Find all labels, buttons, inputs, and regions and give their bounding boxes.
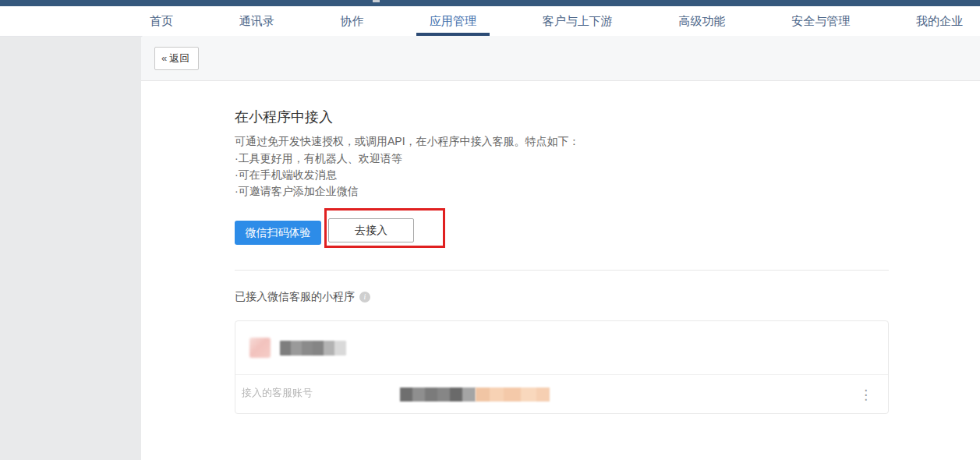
annotation-highlight-box: 去接入 bbox=[324, 208, 445, 248]
content-panel: « 返回 在小程序中接入 可通过免开发快速授权，或调用API，在小程序中接入客服… bbox=[141, 36, 980, 460]
redacted-account-name bbox=[400, 387, 476, 402]
tab-label: 首页 bbox=[150, 14, 173, 29]
feature-bullets: ·工具更好用，有机器人、欢迎语等 ·可在手机端收发消息 ·可邀请客户添加企业微信 bbox=[235, 150, 980, 200]
redacted-account-detail bbox=[476, 387, 550, 402]
back-button[interactable]: « 返回 bbox=[154, 47, 199, 70]
section-divider bbox=[235, 270, 889, 271]
wechat-scan-experience-button[interactable]: 微信扫码体验 bbox=[235, 221, 321, 245]
panel-header: « 返回 bbox=[141, 36, 980, 81]
section-title: 已接入微信客服的小程序 bbox=[235, 290, 355, 304]
redacted-miniprogram-name bbox=[280, 341, 346, 356]
intro-text: 可通过免开发快速授权，或调用API，在小程序中接入客服。特点如下： bbox=[235, 133, 980, 149]
bullet-item: ·可邀请客户添加企业微信 bbox=[235, 183, 980, 200]
back-button-label: 返回 bbox=[169, 51, 189, 65]
page-content: 在小程序中接入 可通过免开发快速授权，或调用API，在小程序中接入客服。特点如下… bbox=[141, 81, 980, 414]
tab-label: 安全与管理 bbox=[791, 14, 850, 29]
tab-contacts[interactable]: 通讯录 bbox=[239, 6, 274, 36]
connected-account-row: 接入的客服账号 ⋮ bbox=[235, 375, 888, 413]
tab-my-enterprise[interactable]: 我的企业 bbox=[916, 6, 963, 36]
miniprogram-row bbox=[235, 321, 888, 375]
bullet-item: ·可在手机端收发消息 bbox=[235, 167, 980, 183]
tab-customers[interactable]: 客户与上下游 bbox=[543, 6, 613, 36]
info-icon[interactable]: i bbox=[359, 292, 370, 303]
page-title: 在小程序中接入 bbox=[235, 108, 980, 126]
tab-security-management[interactable]: 安全与管理 bbox=[791, 6, 850, 36]
connected-account-label: 接入的客服账号 bbox=[242, 386, 313, 400]
section-header: 已接入微信客服的小程序 i bbox=[235, 290, 980, 304]
tab-label: 协作 bbox=[340, 14, 363, 29]
topbar-artifact bbox=[373, 0, 380, 2]
tab-label: 客户与上下游 bbox=[543, 14, 613, 29]
tab-label: 高级功能 bbox=[679, 14, 726, 29]
tab-label: 应用管理 bbox=[430, 14, 476, 29]
kebab-menu-icon[interactable]: ⋮ bbox=[856, 386, 876, 402]
action-button-row: 微信扫码体验 去接入 bbox=[235, 208, 980, 249]
bullet-item: ·工具更好用，有机器人、欢迎语等 bbox=[235, 150, 980, 167]
tab-home[interactable]: 首页 bbox=[150, 6, 173, 36]
redacted-miniprogram-avatar bbox=[249, 338, 271, 358]
go-connect-button[interactable]: 去接入 bbox=[328, 218, 414, 242]
tab-label: 通讯录 bbox=[239, 14, 274, 29]
top-window-bar bbox=[0, 0, 980, 6]
back-chevron-icon: « bbox=[161, 52, 167, 64]
main-nav: 首页 通讯录 协作 应用管理 客户与上下游 高级功能 安全与管理 我的企业 bbox=[0, 6, 980, 37]
miniprogram-card: 接入的客服账号 ⋮ bbox=[235, 320, 889, 414]
tab-collaboration[interactable]: 协作 bbox=[340, 6, 363, 36]
tab-advanced-features[interactable]: 高级功能 bbox=[679, 6, 726, 36]
tab-label: 我的企业 bbox=[916, 14, 963, 29]
tab-app-management[interactable]: 应用管理 bbox=[430, 6, 476, 36]
